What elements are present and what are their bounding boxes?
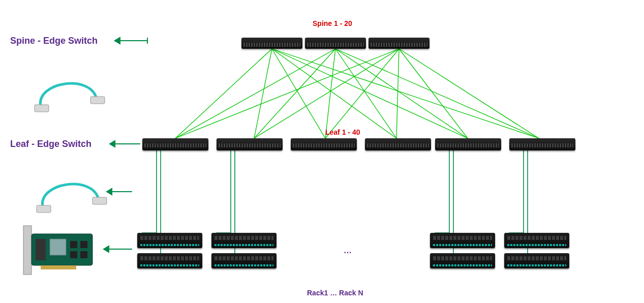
svg-line-13 bbox=[254, 49, 399, 138]
svg-line-7 bbox=[254, 49, 335, 138]
leaf-edge-switch-label: Leaf - Edge Switch bbox=[10, 139, 91, 149]
server-unit bbox=[504, 233, 569, 248]
svg-line-16 bbox=[399, 49, 468, 138]
server-unit bbox=[430, 233, 495, 248]
svg-rect-39 bbox=[70, 251, 77, 258]
spine-switch bbox=[369, 38, 430, 49]
svg-line-0 bbox=[175, 49, 272, 138]
spine-edge-switch-label: Spine - Edge Switch bbox=[10, 36, 98, 46]
spine-switch bbox=[241, 38, 302, 49]
server-unit bbox=[504, 253, 569, 268]
svg-rect-29 bbox=[35, 105, 49, 112]
rack-ellipsis: … bbox=[344, 246, 352, 255]
svg-rect-32 bbox=[93, 197, 107, 204]
leaf-switch bbox=[217, 138, 283, 150]
svg-line-3 bbox=[272, 49, 396, 138]
svg-line-15 bbox=[396, 49, 399, 138]
svg-rect-38 bbox=[80, 241, 87, 248]
spine-switch bbox=[305, 38, 366, 49]
svg-line-10 bbox=[335, 49, 468, 138]
svg-line-5 bbox=[272, 49, 539, 138]
svg-line-2 bbox=[272, 49, 325, 138]
svg-line-11 bbox=[335, 49, 539, 138]
svg-line-8 bbox=[325, 49, 335, 138]
server-unit bbox=[211, 253, 277, 268]
server-unit bbox=[430, 253, 495, 268]
svg-rect-37 bbox=[70, 241, 77, 248]
nic-card-icon bbox=[20, 224, 102, 280]
svg-rect-35 bbox=[36, 239, 46, 260]
svg-line-9 bbox=[335, 49, 396, 138]
svg-marker-28 bbox=[104, 246, 109, 252]
server-unit bbox=[211, 233, 277, 248]
svg-line-6 bbox=[175, 49, 335, 138]
svg-marker-22 bbox=[115, 38, 120, 44]
leaf-switch bbox=[142, 138, 208, 150]
leaf-switch bbox=[509, 138, 575, 150]
optical-cable-icon bbox=[30, 71, 107, 117]
server-unit bbox=[137, 233, 202, 248]
racks-label: Rack1 … Rack N bbox=[307, 289, 363, 297]
svg-line-4 bbox=[272, 49, 468, 138]
leaf-switch bbox=[435, 138, 501, 150]
svg-rect-33 bbox=[23, 226, 32, 275]
optical-cable-icon bbox=[33, 172, 109, 218]
svg-rect-36 bbox=[50, 239, 66, 255]
svg-rect-41 bbox=[41, 265, 76, 269]
svg-line-1 bbox=[254, 49, 272, 138]
svg-line-12 bbox=[175, 49, 399, 138]
svg-rect-31 bbox=[37, 205, 51, 213]
svg-line-14 bbox=[325, 49, 399, 138]
leaf-switch bbox=[365, 138, 431, 150]
svg-line-17 bbox=[399, 49, 539, 138]
leaf-range-label: Leaf 1 - 40 bbox=[325, 128, 360, 136]
spine-range-label: Spine 1 - 20 bbox=[313, 19, 352, 27]
leaf-switch bbox=[291, 138, 357, 150]
svg-rect-40 bbox=[80, 251, 87, 258]
svg-marker-24 bbox=[110, 141, 115, 147]
svg-rect-30 bbox=[90, 97, 105, 104]
server-unit bbox=[137, 253, 202, 268]
